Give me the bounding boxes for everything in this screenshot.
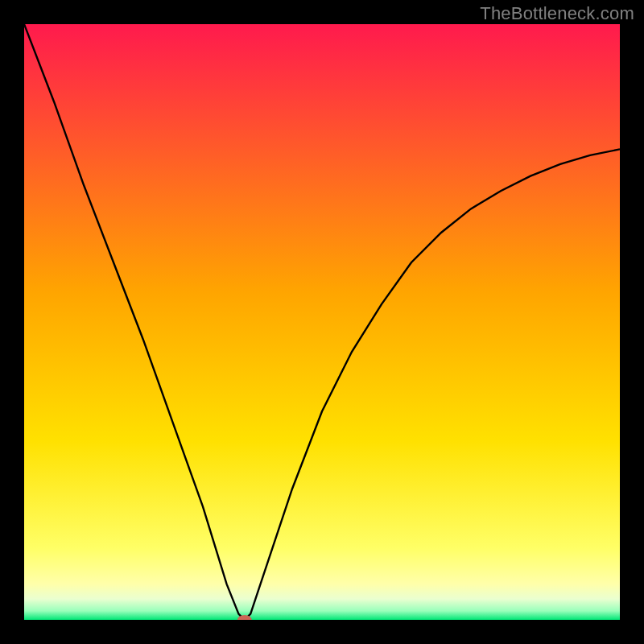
chart-background [24, 24, 620, 620]
bottleneck-chart [24, 24, 620, 620]
watermark-text: TheBottleneck.com [480, 3, 634, 24]
chart-frame: TheBottleneck.com [0, 0, 644, 644]
